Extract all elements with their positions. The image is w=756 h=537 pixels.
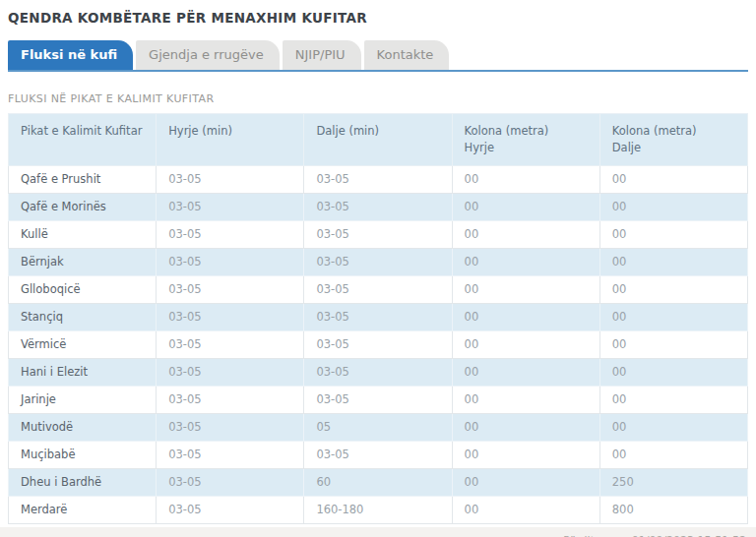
- table-row: Stançiq03-0503-050000: [9, 304, 748, 331]
- cell-kolona-dalje: 00: [599, 194, 747, 221]
- cell-kolona-dalje: 00: [599, 359, 747, 387]
- cell-kolona-dalje: 00: [599, 442, 747, 469]
- cell-dalje-min: 03-05: [304, 304, 452, 331]
- cell-name: Stançiq: [9, 304, 157, 331]
- cell-hyrje-min: 03-05: [157, 469, 304, 497]
- cell-kolona-dalje: 00: [599, 276, 747, 304]
- cell-name: Jarinje: [9, 387, 157, 414]
- section-title: FLUKSI NË PIKAT E KALIMIT KUFITAR: [8, 92, 748, 105]
- cell-kolona-dalje: 00: [599, 331, 747, 359]
- cell-hyrje-min: 03-05: [157, 497, 304, 524]
- table-row: Qafë e Morinës03-0503-050000: [9, 194, 748, 221]
- cell-name: Muçibabë: [9, 442, 157, 469]
- column-header: Kolona (metra)Dalje: [599, 114, 747, 166]
- table-row: Jarinje03-0503-050000: [9, 387, 748, 414]
- cell-name: Bërnjak: [9, 249, 157, 276]
- cell-name: Qafë e Prushit: [9, 166, 157, 194]
- cell-kolona-hyrje: 00: [452, 414, 599, 442]
- table-row: Mutivodë03-05050000: [9, 414, 748, 442]
- page: QENDRA KOMBËTARE PËR MENAXHIM KUFITAR Fl…: [0, 0, 756, 537]
- cell-hyrje-min: 03-05: [157, 387, 304, 414]
- cell-kolona-hyrje: 00: [452, 469, 599, 497]
- column-header: Hyrje (min): [157, 114, 304, 166]
- table-row: Hani i Elezit03-0503-050000: [9, 359, 748, 387]
- cell-kolona-hyrje: 00: [452, 442, 599, 469]
- tab-gjendja-e-rrugeve[interactable]: Gjendja e rrugëve: [136, 40, 280, 70]
- column-header: Dalje (min): [304, 114, 452, 166]
- cell-hyrje-min: 03-05: [157, 166, 304, 194]
- table-row: Dheu i Bardhë03-056000250: [9, 469, 748, 497]
- cell-dalje-min: 05: [304, 414, 452, 442]
- cell-name: Mutivodë: [9, 414, 157, 442]
- table-row: Vërmicë03-0503-050000: [9, 331, 748, 359]
- cell-dalje-min: 160-180: [304, 497, 452, 524]
- cell-hyrje-min: 03-05: [157, 442, 304, 469]
- footer: Përditesuar: 01/09/2023 15:51:52: [0, 527, 756, 537]
- cell-hyrje-min: 03-05: [157, 414, 304, 442]
- cell-kolona-dalje: 800: [599, 497, 747, 524]
- cell-hyrje-min: 03-05: [157, 276, 304, 304]
- page-title: QENDRA KOMBËTARE PËR MENAXHIM KUFITAR: [8, 10, 748, 26]
- cell-dalje-min: 03-05: [304, 249, 452, 276]
- cell-name: Hani i Elezit: [9, 359, 157, 387]
- cell-kolona-hyrje: 00: [452, 497, 599, 524]
- cell-name: Kullë: [9, 221, 157, 249]
- cell-name: Merdarë: [9, 497, 157, 524]
- cell-dalje-min: 60: [304, 469, 452, 497]
- cell-kolona-dalje: 00: [599, 249, 747, 276]
- cell-dalje-min: 03-05: [304, 194, 452, 221]
- cell-hyrje-min: 03-05: [157, 304, 304, 331]
- cell-kolona-hyrje: 00: [452, 194, 599, 221]
- cell-kolona-hyrje: 00: [452, 221, 599, 249]
- column-header: Pikat e Kalimit Kufitar: [9, 114, 157, 166]
- cell-kolona-dalje: 00: [599, 304, 747, 331]
- cell-kolona-hyrje: 00: [452, 304, 599, 331]
- cell-hyrje-min: 03-05: [157, 194, 304, 221]
- table-row: Bërnjak03-0503-050000: [9, 249, 748, 276]
- cell-name: Vërmicë: [9, 331, 157, 359]
- main-content: FLUKSI NË PIKAT E KALIMIT KUFITAR Pikat …: [0, 72, 756, 524]
- cell-kolona-hyrje: 00: [452, 359, 599, 387]
- cell-kolona-dalje: 00: [599, 166, 747, 194]
- cell-dalje-min: 03-05: [304, 221, 452, 249]
- cell-hyrje-min: 03-05: [157, 331, 304, 359]
- cell-kolona-dalje: 250: [599, 469, 747, 497]
- tab-kontakte[interactable]: Kontakte: [364, 40, 450, 70]
- page-header: QENDRA KOMBËTARE PËR MENAXHIM KUFITAR Fl…: [0, 0, 756, 72]
- table-body: Qafë e Prushit03-0503-050000Qafë e Morin…: [9, 166, 748, 524]
- cell-kolona-dalje: 00: [599, 221, 747, 249]
- cell-dalje-min: 03-05: [304, 276, 452, 304]
- tab-fluksi-ne-kufi[interactable]: Fluksi në kufi: [8, 40, 133, 70]
- border-crossings-table: Pikat e Kalimit KufitarHyrje (min)Dalje …: [8, 113, 748, 524]
- cell-dalje-min: 03-05: [304, 331, 452, 359]
- table-row: Muçibabë03-0503-050000: [9, 442, 748, 469]
- cell-dalje-min: 03-05: [304, 359, 452, 387]
- cell-hyrje-min: 03-05: [157, 359, 304, 387]
- tab-njip-piu[interactable]: NJIP/PIU: [283, 40, 361, 70]
- cell-kolona-hyrje: 00: [452, 331, 599, 359]
- cell-dalje-min: 03-05: [304, 442, 452, 469]
- cell-name: Qafë e Morinës: [9, 194, 157, 221]
- cell-kolona-hyrje: 00: [452, 276, 599, 304]
- table-row: Merdarë03-05160-18000800: [9, 497, 748, 524]
- cell-kolona-hyrje: 00: [452, 249, 599, 276]
- cell-hyrje-min: 03-05: [157, 221, 304, 249]
- cell-kolona-hyrje: 00: [452, 166, 599, 194]
- cell-hyrje-min: 03-05: [157, 249, 304, 276]
- cell-kolona-hyrje: 00: [452, 387, 599, 414]
- cell-dalje-min: 03-05: [304, 166, 452, 194]
- cell-kolona-dalje: 00: [599, 414, 747, 442]
- table-row: Kullë03-0503-050000: [9, 221, 748, 249]
- cell-kolona-dalje: 00: [599, 387, 747, 414]
- cell-name: Dheu i Bardhë: [9, 469, 157, 497]
- table-row: Glloboqicë03-0503-050000: [9, 276, 748, 304]
- tab-bar: Fluksi në kufiGjendja e rrugëveNJIP/PIUK…: [8, 40, 748, 72]
- table-head: Pikat e Kalimit KufitarHyrje (min)Dalje …: [9, 114, 748, 166]
- column-header: Kolona (metra)Hyrje: [452, 114, 599, 166]
- cell-dalje-min: 03-05: [304, 387, 452, 414]
- cell-name: Glloboqicë: [9, 276, 157, 304]
- table-row: Qafë e Prushit03-0503-050000: [9, 166, 748, 194]
